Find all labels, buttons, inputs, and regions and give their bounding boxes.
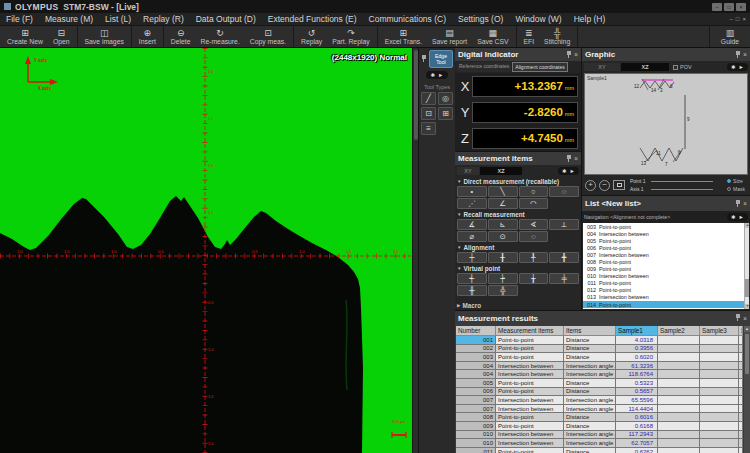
close-icon[interactable]: × — [743, 315, 747, 322]
viewport-scrollbar[interactable] — [412, 48, 418, 453]
column-header-measurement-items[interactable]: Measurement items — [496, 326, 564, 336]
section-virtual-point[interactable]: ▼Virtual point — [457, 264, 579, 273]
list-item[interactable]: 010Intersection between — [583, 273, 749, 280]
play-icon[interactable]: ► — [739, 214, 744, 220]
list-item[interactable]: 014Point-to-point — [583, 301, 749, 308]
close-icon[interactable]: × — [743, 51, 747, 58]
fit-view-button[interactable] — [613, 180, 625, 190]
diameter-tool-button[interactable]: ⌀ — [457, 231, 487, 242]
macro-section[interactable]: ▶ Macro — [455, 301, 581, 310]
ellipse-tool-button[interactable]: ◌ — [549, 186, 579, 197]
column-header-items[interactable]: Items — [564, 326, 616, 336]
angle-tool-button[interactable]: ∠ — [488, 198, 518, 209]
minimize-button[interactable]: – — [712, 3, 722, 11]
play-icon[interactable]: ► — [570, 168, 575, 174]
table-row[interactable]: 006Point-to-pointDistance0.5657 — [456, 388, 743, 397]
angle-two-lines-tool-button[interactable]: ∡ — [457, 219, 487, 230]
tab-xy[interactable]: XY — [457, 167, 479, 175]
list-item[interactable]: 012Point-to-point — [583, 287, 749, 294]
list-item[interactable]: 005Point-to-point — [583, 237, 749, 244]
circle-tool-button[interactable]: ○ — [519, 186, 549, 197]
menu-item-communications-c[interactable]: Communications (C) — [363, 13, 452, 26]
table-row[interactable]: 004Intersection betweenIntersection angl… — [456, 362, 743, 371]
menu-item-list-l[interactable]: List (L) — [99, 13, 137, 26]
scroll-up-icon[interactable]: ▲ — [744, 326, 750, 332]
tab-reference-coordinates[interactable]: Reference coordinates — [457, 62, 511, 72]
delete-button[interactable]: ⊖Delete — [166, 26, 196, 47]
copy-meas-button[interactable]: ⊡Copy meas. — [245, 26, 291, 47]
table-row[interactable]: 001Point-to-pointDistance4.0318 — [456, 336, 743, 345]
pin-icon[interactable] — [735, 200, 741, 208]
circle-tool-button[interactable]: ◎ — [438, 92, 453, 105]
size-radio[interactable]: Size — [727, 178, 745, 184]
table-row[interactable]: 007Intersection betweenIntersection angl… — [456, 405, 743, 414]
mask-radio[interactable]: Mask — [727, 186, 745, 192]
save-report-button[interactable]: ▤Save report — [427, 26, 472, 47]
list-item[interactable]: 003Point-to-point — [583, 223, 749, 230]
point-slider[interactable] — [651, 181, 713, 182]
pitch-tool-button[interactable]: ◌ — [519, 231, 549, 242]
virtual-midpoint-tool-button[interactable]: ┾ — [488, 273, 518, 284]
coordinate-tool-button[interactable]: ⟂ — [549, 219, 579, 230]
menu-item-extended-functions-e[interactable]: Extended Functions (E) — [262, 13, 363, 26]
zoom-in-button[interactable]: + — [585, 180, 596, 191]
create-new-button[interactable]: ⊞Create New — [2, 26, 48, 47]
column-header-number[interactable]: Number — [456, 326, 496, 336]
table-row[interactable]: 009Point-to-pointDistance0.6168 — [456, 422, 743, 431]
tab-xz[interactable]: XZ — [621, 63, 669, 71]
pin-icon[interactable] — [566, 155, 572, 163]
restore-button[interactable]: □ — [724, 3, 734, 11]
table-row[interactable]: 011Point-to-pointDistance0.6262 — [456, 448, 743, 453]
menu-item-help-h[interactable]: Help (H) — [568, 13, 612, 26]
list-item[interactable]: 011Point-to-point — [583, 280, 749, 287]
table-row[interactable]: 007Intersection betweenIntersection angl… — [456, 396, 743, 405]
close-icon[interactable]: × — [743, 200, 747, 207]
gear-icon[interactable]: ✱ — [731, 64, 736, 70]
tab-xy[interactable]: XY — [584, 63, 620, 71]
arc-tool-button[interactable]: ◠ — [519, 198, 549, 209]
replay-button[interactable]: ↺Replay — [296, 26, 327, 47]
pin-icon[interactable] — [421, 55, 427, 63]
menu-item-file-f[interactable]: File (F) — [0, 13, 39, 26]
menu-item-data-output-d[interactable]: Data Output (D) — [190, 13, 262, 26]
radius-tool-button[interactable]: ⊙ — [488, 231, 518, 242]
results-table[interactable]: NumberMeasurement itemsItemsSample1Sampl… — [456, 326, 743, 453]
line-tool-button[interactable]: ╲ — [488, 186, 518, 197]
table-row[interactable]: 008Point-to-pointDistance0.6016 — [456, 413, 743, 422]
close-button[interactable]: × — [736, 3, 746, 11]
point-alignment-tool-button[interactable]: ╀ — [519, 252, 549, 263]
tab-alignment-coordinates[interactable]: Alignment coordinates — [512, 62, 567, 72]
table-row[interactable]: 005Point-to-pointDistance0.5323 — [456, 379, 743, 388]
excel-trans-button[interactable]: ⊞Excel Trans. — [380, 26, 427, 47]
table-row[interactable]: 002Point-to-pointDistance0.3956 — [456, 345, 743, 354]
perpendicular-tool-button[interactable]: ⊾ — [488, 219, 518, 230]
scroll-up-icon[interactable]: ▲ — [745, 223, 749, 228]
pin-icon[interactable] — [566, 51, 572, 59]
table-scrollbar[interactable]: ▲ — [744, 326, 750, 453]
save-images-button[interactable]: ◫Save images — [80, 26, 129, 47]
gear-icon[interactable]: ✱ — [731, 214, 736, 220]
gear-icon[interactable]: ✱ — [562, 168, 567, 174]
gear-icon[interactable]: ✱ — [430, 72, 435, 78]
scrollbar-thumb[interactable] — [745, 334, 749, 374]
menu-item-replay-r[interactable]: Replay (R) — [137, 13, 190, 26]
scroll-down-icon[interactable]: ▼ — [745, 304, 749, 309]
close-icon[interactable]: × — [574, 51, 578, 58]
close-icon[interactable]: × — [574, 155, 578, 162]
virtual-center-tool-button[interactable]: ╬ — [488, 285, 518, 296]
section-alignment[interactable]: ▼Alignment — [457, 243, 579, 252]
open-button[interactable]: ⊟Open — [48, 26, 75, 47]
save-csv-button[interactable]: ▦Save CSV — [472, 26, 513, 47]
list-item[interactable]: 006Point-to-point — [583, 244, 749, 251]
table-row[interactable]: 003Point-to-pointDistance0.6020 — [456, 353, 743, 362]
insert-button[interactable]: ⊕Insert — [134, 26, 161, 47]
column-header-sample3[interactable]: Sample3 — [700, 326, 739, 336]
list-item[interactable]: 004Intersection between — [583, 230, 749, 237]
table-row[interactable]: 010Intersection betweenIntersection angl… — [456, 431, 743, 440]
list-item[interactable]: 009Point-to-point — [583, 266, 749, 273]
virtual-offset-tool-button[interactable]: ╫ — [457, 285, 487, 296]
virtual-cross-tool-button[interactable]: ╪ — [549, 273, 579, 284]
column-header-s[interactable]: S — [739, 326, 743, 336]
column-header-sample2[interactable]: Sample2 — [658, 326, 700, 336]
scrollbar-thumb[interactable] — [745, 279, 749, 297]
